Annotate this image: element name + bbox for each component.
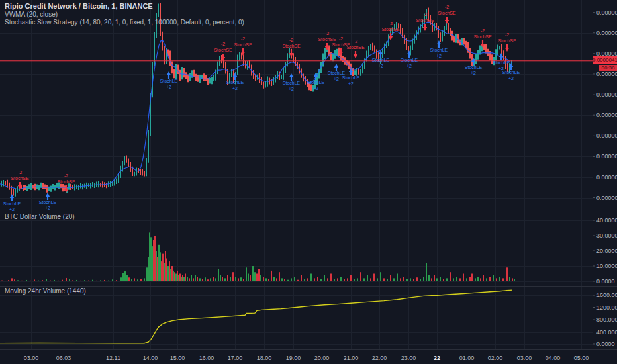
stoch-short-entry-marker: -2StochSE xyxy=(498,32,516,52)
volume-bar xyxy=(281,278,283,281)
volume-bar xyxy=(310,274,312,282)
volume-bar xyxy=(276,278,277,281)
volume-bar xyxy=(104,280,105,281)
volume-bar xyxy=(499,277,500,281)
volume-bar xyxy=(440,277,441,281)
marker-label: StochLE xyxy=(3,201,21,206)
volume-bar xyxy=(189,278,190,281)
volume-bar xyxy=(489,277,491,281)
volume-bar xyxy=(26,280,27,281)
volume-bar xyxy=(160,252,161,281)
ma-volume-axis-label: 800.0000 xyxy=(596,316,617,323)
time-axis-label: 22 xyxy=(434,355,440,361)
up-arrow-icon xyxy=(499,53,503,57)
volume-bar xyxy=(128,277,130,281)
volume-bar xyxy=(367,275,368,281)
time-axis-label: 15:00 xyxy=(170,355,185,361)
marker-label: -2 xyxy=(221,42,225,46)
volume-bar xyxy=(456,277,457,281)
volume-bar xyxy=(320,279,322,281)
volume-bar xyxy=(162,254,164,281)
volume-bar xyxy=(514,279,515,281)
marker-label: StochLE xyxy=(372,58,390,62)
volume-bar xyxy=(403,277,404,281)
ma-volume-pane-line[interactable] xyxy=(0,290,512,343)
ma-volume-axis[interactable]: 1600.00001200.0000800.0000400.00000.0000 xyxy=(593,292,617,347)
volume-bar xyxy=(21,281,23,281)
time-axis-label: 03:00 xyxy=(24,355,39,361)
volume-bar xyxy=(324,275,325,281)
volume-bar xyxy=(307,278,308,281)
volume-bar xyxy=(400,278,401,281)
stoch-long-entry-marker: StochLE+2 xyxy=(430,40,448,58)
marker-label: StochSE xyxy=(282,44,301,48)
volume-bar xyxy=(246,267,247,281)
volume-bar xyxy=(88,281,89,281)
price-pane-candles[interactable] xyxy=(0,3,512,197)
volume-bar xyxy=(297,280,299,281)
marker-label: StochLE xyxy=(226,80,244,85)
volume-bar xyxy=(181,277,182,281)
marker-label: StochSE xyxy=(234,42,252,47)
volume-bar xyxy=(50,281,51,281)
price-axis-label: 0.00000380 xyxy=(596,91,617,98)
volume-axis-label: 40.0000 xyxy=(596,217,617,224)
volume-bar xyxy=(423,277,424,281)
volume-bar xyxy=(227,275,228,281)
volume-bar xyxy=(406,279,408,281)
volume-bar xyxy=(512,278,513,281)
volume-bar xyxy=(131,279,132,281)
volume-bar xyxy=(69,279,70,281)
volume-axis-label: 0.0000 xyxy=(596,278,615,285)
marker-label: -2 xyxy=(389,21,393,26)
volume-pane-title: BTC Dollar Volume (20) xyxy=(5,213,75,220)
ma-volume-axis-label: 1200.0000 xyxy=(596,304,617,311)
time-axis-label: 12:11 xyxy=(106,355,120,361)
chart-canvas[interactable]: StochLE+2StochLE+2StochLE+2StochLE+2Stoc… xyxy=(0,0,617,364)
volume-bar xyxy=(213,277,214,281)
volume-bar xyxy=(224,278,226,281)
down-arrow-icon xyxy=(505,48,509,52)
volume-bar xyxy=(291,278,292,281)
marker-label: StochLE xyxy=(39,200,57,205)
volume-bar xyxy=(137,279,138,281)
volume-bar xyxy=(207,279,209,281)
ma-volume-axis-label: 0.0000 xyxy=(596,341,615,347)
volume-bar xyxy=(436,278,438,281)
up-arrow-icon xyxy=(289,73,293,77)
volume-bar xyxy=(165,251,166,281)
time-axis[interactable]: 03:0006:0312:1114:0015:0016:0017:0018:00… xyxy=(24,355,589,361)
volume-bar xyxy=(100,280,101,281)
volume-bar xyxy=(263,277,264,281)
moving-24h-volume-line xyxy=(0,290,512,343)
marker-label: StochSE xyxy=(214,48,232,52)
volume-bar xyxy=(218,269,219,281)
price-axis-label: 0.00000440 xyxy=(596,30,617,36)
volume-bar xyxy=(140,279,142,281)
marker-label: -2 xyxy=(289,38,293,42)
volume-bar xyxy=(463,274,464,282)
volume-bar xyxy=(164,263,165,281)
volume-bar xyxy=(146,267,148,281)
volume-bar xyxy=(108,281,109,281)
stoch-long-entry-marker: StochLE+2 xyxy=(226,73,244,91)
marker-label: -2 xyxy=(241,36,245,41)
marker-label: StochLE xyxy=(465,65,483,69)
volume-pane-bars[interactable] xyxy=(1,232,515,281)
price-axis[interactable]: 0.000004600.000004400.000004200.00000400… xyxy=(593,9,617,201)
volume-bar xyxy=(502,278,504,281)
marker-label: +2 xyxy=(334,77,339,81)
volume-axis[interactable]: 40.000030.000020.000010.00000.0000 xyxy=(593,217,617,285)
volume-bar xyxy=(471,274,473,282)
volume-bar xyxy=(294,277,295,281)
volume-bar xyxy=(38,281,39,281)
marker-label: +2 xyxy=(348,81,354,86)
time-axis-label: 01:00 xyxy=(459,355,475,361)
volume-bar xyxy=(459,278,461,281)
volume-bar xyxy=(509,277,510,281)
volume-bar xyxy=(373,274,375,282)
volume-bar xyxy=(258,269,260,281)
stoch-long-entry-marker: StochLE+2 xyxy=(3,194,21,212)
marker-label: StochSE xyxy=(57,179,75,184)
volume-bar xyxy=(58,281,59,281)
